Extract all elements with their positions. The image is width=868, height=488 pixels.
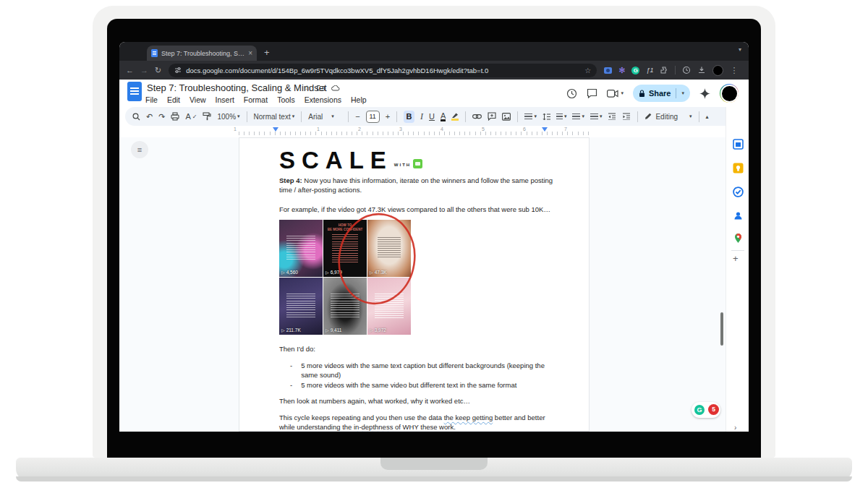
grammar-suggestion: the keep getting xyxy=(444,414,493,421)
menu-item[interactable]: Help xyxy=(351,95,367,104)
docs-logo-icon[interactable] xyxy=(127,82,142,101)
divider xyxy=(301,111,302,122)
account-avatar[interactable] xyxy=(720,84,739,103)
browser-profile-avatar[interactable] xyxy=(712,65,723,76)
ruler-number: 3 xyxy=(399,127,402,132)
ruler[interactable]: 11234567 xyxy=(119,126,726,137)
forward-button[interactable]: → xyxy=(140,66,148,74)
text-color-button[interactable]: A xyxy=(441,112,446,121)
tab-search-chevron-icon[interactable]: ▾ xyxy=(739,46,741,53)
spellcheck-button[interactable]: A✓ xyxy=(185,112,197,121)
styles-select[interactable]: Normal text▾ xyxy=(254,113,295,121)
font-size-input[interactable]: 11 xyxy=(366,111,380,123)
camera-extension-icon[interactable] xyxy=(604,67,612,74)
redo-button[interactable]: ↷ xyxy=(158,112,165,121)
download-icon[interactable] xyxy=(697,66,706,74)
share-button[interactable]: Share ▾ xyxy=(633,85,690,102)
search-icon[interactable] xyxy=(132,113,140,121)
address-bar[interactable]: docs.google.com/document/d/154Bp_6w9r5TV… xyxy=(169,64,597,77)
indent-marker-left[interactable] xyxy=(273,127,278,132)
grammarly-widget[interactable]: G 5 xyxy=(692,402,720,418)
gemini-star-icon[interactable] xyxy=(699,88,710,99)
meet-button[interactable]: ▾ xyxy=(607,90,624,98)
italic-button[interactable]: I xyxy=(420,111,423,122)
align-button[interactable]: ▾ xyxy=(524,114,537,120)
insert-link-icon[interactable] xyxy=(472,114,482,119)
share-chevron-icon[interactable]: ▾ xyxy=(681,90,684,96)
divider xyxy=(675,66,676,74)
checklist-button[interactable]: ▾ xyxy=(556,114,567,120)
divider xyxy=(637,111,638,122)
move-folder-icon[interactable] xyxy=(317,85,325,91)
document-page[interactable]: SCALE WITH Step 4: Now you have this inf… xyxy=(239,137,590,432)
bulleted-list-button[interactable]: ▾ xyxy=(572,114,584,120)
video-thumbnail: HOW TOBE MORE CONFIDENT ▷6,979 xyxy=(323,220,367,277)
indent-marker-right[interactable] xyxy=(542,127,548,132)
menu-item[interactable]: Insert xyxy=(216,95,234,104)
menu-item[interactable]: Format xyxy=(244,95,268,104)
undo-button[interactable]: ↶ xyxy=(146,112,153,121)
paragraph-then-id-do: Then I'd do: xyxy=(279,344,556,354)
line-spacing-icon[interactable] xyxy=(542,113,550,121)
font-select[interactable]: Arial▾ xyxy=(308,113,341,121)
keep-icon[interactable] xyxy=(733,163,744,174)
comments-icon[interactable] xyxy=(587,88,597,98)
browser-menu-icon[interactable]: ⋮ xyxy=(730,66,738,75)
version-history-icon[interactable] xyxy=(566,88,577,99)
side-panel: + › xyxy=(726,107,749,432)
new-tab-button[interactable]: + xyxy=(264,46,270,60)
decrease-indent-icon[interactable] xyxy=(608,113,616,120)
document-canvas: ≡ SCALE WITH Step 4: Now you have this i… xyxy=(119,137,726,432)
bookmark-star-icon[interactable]: ☆ xyxy=(584,67,591,74)
get-addons-button[interactable]: + xyxy=(733,253,739,264)
scale-logo-mark-icon xyxy=(413,159,422,168)
highlight-color-button[interactable] xyxy=(451,112,459,121)
print-icon[interactable] xyxy=(171,112,179,121)
menu-item[interactable]: File xyxy=(145,95,158,104)
calendar-icon[interactable] xyxy=(733,139,744,150)
grammarly-extension-icon[interactable]: G xyxy=(631,67,639,74)
bullet-dash: - xyxy=(290,361,292,380)
show-outline-button[interactable]: ≡ xyxy=(131,141,148,158)
paragraph-example: For example, if the video got 47.3K view… xyxy=(279,205,556,214)
menu-item[interactable]: View xyxy=(190,95,206,104)
bold-button[interactable]: B xyxy=(404,111,414,123)
docs-menubar: FileEditViewInsertFormatToolsExtensionsH… xyxy=(145,95,367,104)
menu-item[interactable]: Edit xyxy=(167,95,180,104)
browser-tab[interactable]: Step 7: Troubleshooting, Scal × xyxy=(147,46,257,61)
contacts-icon[interactable] xyxy=(733,210,744,221)
purple-extension-icon[interactable]: ✻ xyxy=(618,67,625,74)
fonts-extension-icon[interactable]: ƒ1 xyxy=(646,67,653,74)
collapse-toolbar-button[interactable]: ▴ xyxy=(706,114,709,120)
document-title[interactable]: Step 7: Troubleshooting, Scaling & Minds… xyxy=(147,82,327,93)
back-button[interactable]: ← xyxy=(126,66,134,74)
tab-close-icon[interactable]: × xyxy=(248,50,252,57)
paint-format-icon[interactable] xyxy=(203,112,211,121)
browser-window: Step 7: Troubleshooting, Scal × + ▾ ← → … xyxy=(119,42,749,432)
divider xyxy=(465,111,466,122)
history-clock-icon[interactable] xyxy=(682,66,691,74)
divider xyxy=(396,111,397,122)
add-comment-icon[interactable] xyxy=(488,112,496,121)
editing-mode-select[interactable]: Editing ▾ xyxy=(644,113,692,121)
zoom-select[interactable]: 100%▾ xyxy=(217,113,239,121)
scrollbar[interactable] xyxy=(720,312,723,346)
maps-icon[interactable] xyxy=(733,233,744,244)
menu-item[interactable]: Tools xyxy=(277,95,295,104)
font-size-decrease[interactable]: − xyxy=(355,112,359,121)
tasks-icon[interactable] xyxy=(733,187,744,197)
numbered-list-button[interactable]: ▾ xyxy=(590,114,603,120)
star-document-icon[interactable]: ☆ xyxy=(304,84,310,92)
reload-button[interactable]: ↻ xyxy=(155,66,161,75)
paragraph-cycle: This cycle keeps repeating and you then … xyxy=(279,413,556,432)
cloud-status-icon[interactable] xyxy=(331,85,340,91)
thumbnail-title: HOW TOBE MORE CONFIDENT xyxy=(325,223,365,232)
menu-item[interactable]: Extensions xyxy=(305,95,341,104)
insert-image-icon[interactable] xyxy=(502,113,511,121)
underline-button[interactable]: U xyxy=(429,112,435,121)
increase-indent-icon[interactable] xyxy=(622,113,631,120)
font-size-increase[interactable]: + xyxy=(386,112,390,121)
extensions-puzzle-icon[interactable] xyxy=(660,66,668,74)
thumbnail-caption-lines xyxy=(331,294,359,318)
hide-side-panel-button[interactable]: › xyxy=(734,424,736,432)
